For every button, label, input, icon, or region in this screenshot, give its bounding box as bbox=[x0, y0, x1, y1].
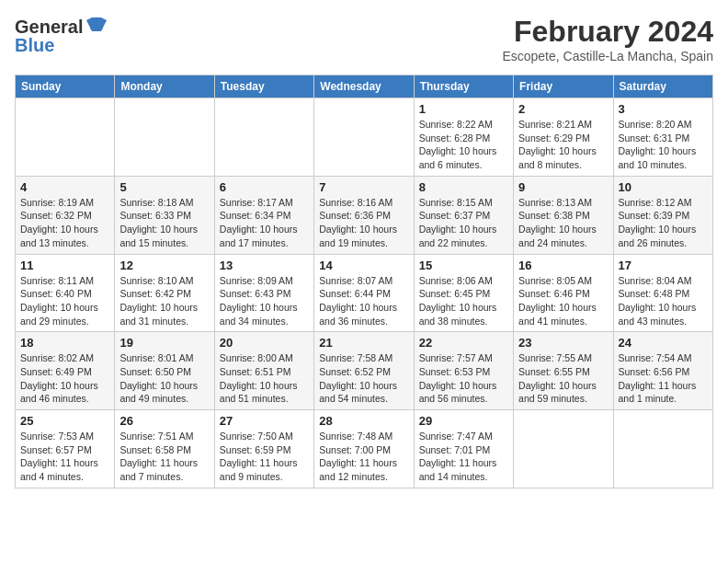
day-info: Sunrise: 8:12 AMSunset: 6:39 PMDaylight:… bbox=[619, 196, 708, 250]
table-row: 20Sunrise: 8:00 AMSunset: 6:51 PMDayligh… bbox=[214, 332, 313, 410]
table-row bbox=[514, 410, 613, 488]
header-sunday: Sunday bbox=[16, 75, 115, 98]
table-row: 1Sunrise: 8:22 AMSunset: 6:28 PMDaylight… bbox=[414, 98, 513, 177]
header-friday: Friday bbox=[514, 75, 613, 98]
day-number: 28 bbox=[319, 414, 408, 428]
calendar-week-row: 11Sunrise: 8:11 AMSunset: 6:40 PMDayligh… bbox=[16, 254, 713, 332]
table-row: 27Sunrise: 7:50 AMSunset: 6:59 PMDayligh… bbox=[214, 410, 313, 488]
table-row: 25Sunrise: 7:53 AMSunset: 6:57 PMDayligh… bbox=[16, 410, 115, 488]
day-info: Sunrise: 8:19 AMSunset: 6:32 PMDaylight:… bbox=[20, 196, 109, 250]
day-info: Sunrise: 7:55 AMSunset: 6:55 PMDaylight:… bbox=[518, 351, 608, 406]
table-row: 18Sunrise: 8:02 AMSunset: 6:49 PMDayligh… bbox=[16, 332, 115, 410]
day-info: Sunrise: 8:05 AMSunset: 6:46 PMDaylight:… bbox=[518, 274, 608, 328]
header-thursday: Thursday bbox=[414, 75, 513, 98]
calendar-week-row: 4Sunrise: 8:19 AMSunset: 6:32 PMDaylight… bbox=[16, 176, 713, 254]
day-info: Sunrise: 7:54 AMSunset: 6:56 PMDaylight:… bbox=[619, 351, 708, 406]
day-info: Sunrise: 8:20 AMSunset: 6:31 PMDaylight:… bbox=[619, 118, 708, 172]
day-info: Sunrise: 8:21 AMSunset: 6:29 PMDaylight:… bbox=[518, 118, 608, 172]
day-number: 17 bbox=[619, 259, 708, 272]
table-row: 22Sunrise: 7:57 AMSunset: 6:53 PMDayligh… bbox=[414, 332, 513, 410]
table-row bbox=[613, 410, 712, 488]
day-number: 6 bbox=[220, 180, 309, 194]
header-tuesday: Tuesday bbox=[214, 75, 313, 98]
day-number: 14 bbox=[319, 259, 408, 272]
month-title: February 2024 bbox=[502, 15, 713, 49]
day-number: 23 bbox=[518, 336, 608, 350]
day-number: 21 bbox=[319, 336, 408, 350]
table-row: 26Sunrise: 7:51 AMSunset: 6:58 PMDayligh… bbox=[115, 410, 214, 488]
calendar-week-row: 1Sunrise: 8:22 AMSunset: 6:28 PMDaylight… bbox=[16, 98, 713, 177]
day-number: 10 bbox=[619, 180, 708, 194]
day-info: Sunrise: 8:11 AMSunset: 6:40 PMDaylight:… bbox=[20, 274, 109, 328]
day-number: 25 bbox=[20, 414, 109, 428]
day-number: 20 bbox=[220, 336, 309, 350]
day-info: Sunrise: 7:47 AMSunset: 7:01 PMDaylight:… bbox=[419, 430, 508, 484]
day-info: Sunrise: 8:18 AMSunset: 6:33 PMDaylight:… bbox=[119, 196, 209, 250]
calendar-week-row: 18Sunrise: 8:02 AMSunset: 6:49 PMDayligh… bbox=[16, 332, 713, 410]
table-row: 5Sunrise: 8:18 AMSunset: 6:33 PMDaylight… bbox=[115, 176, 214, 254]
day-number: 5 bbox=[119, 180, 209, 194]
table-row bbox=[115, 98, 214, 177]
day-number: 16 bbox=[518, 259, 608, 272]
day-info: Sunrise: 7:51 AMSunset: 6:58 PMDaylight:… bbox=[119, 430, 209, 484]
day-number: 29 bbox=[419, 414, 508, 428]
table-row: 23Sunrise: 7:55 AMSunset: 6:55 PMDayligh… bbox=[514, 332, 613, 410]
day-number: 12 bbox=[119, 259, 209, 272]
day-info: Sunrise: 7:48 AMSunset: 7:00 PMDaylight:… bbox=[319, 430, 408, 484]
table-row: 28Sunrise: 7:48 AMSunset: 7:00 PMDayligh… bbox=[314, 410, 414, 488]
table-row bbox=[214, 98, 313, 177]
day-info: Sunrise: 8:06 AMSunset: 6:45 PMDaylight:… bbox=[419, 274, 508, 328]
calendar-week-row: 25Sunrise: 7:53 AMSunset: 6:57 PMDayligh… bbox=[16, 410, 713, 488]
table-row: 13Sunrise: 8:09 AMSunset: 6:43 PMDayligh… bbox=[214, 254, 313, 332]
day-info: Sunrise: 8:00 AMSunset: 6:51 PMDaylight:… bbox=[220, 351, 309, 406]
day-info: Sunrise: 8:22 AMSunset: 6:28 PMDaylight:… bbox=[419, 118, 508, 172]
day-info: Sunrise: 8:15 AMSunset: 6:37 PMDaylight:… bbox=[419, 196, 508, 250]
logo-icon bbox=[86, 15, 107, 39]
day-info: Sunrise: 7:57 AMSunset: 6:53 PMDaylight:… bbox=[419, 351, 508, 406]
day-number: 4 bbox=[20, 180, 109, 194]
day-number: 22 bbox=[419, 336, 508, 350]
day-number: 7 bbox=[319, 180, 408, 194]
day-info: Sunrise: 8:02 AMSunset: 6:49 PMDaylight:… bbox=[20, 351, 109, 406]
day-number: 15 bbox=[419, 259, 508, 272]
day-info: Sunrise: 8:07 AMSunset: 6:44 PMDaylight:… bbox=[319, 274, 408, 328]
table-row: 12Sunrise: 8:10 AMSunset: 6:42 PMDayligh… bbox=[115, 254, 214, 332]
day-number: 13 bbox=[220, 259, 309, 272]
day-number: 11 bbox=[20, 259, 109, 272]
day-info: Sunrise: 8:13 AMSunset: 6:38 PMDaylight:… bbox=[518, 196, 608, 250]
table-row: 19Sunrise: 8:01 AMSunset: 6:50 PMDayligh… bbox=[115, 332, 214, 410]
table-row: 21Sunrise: 7:58 AMSunset: 6:52 PMDayligh… bbox=[314, 332, 414, 410]
day-info: Sunrise: 8:04 AMSunset: 6:48 PMDaylight:… bbox=[619, 274, 708, 328]
table-row: 15Sunrise: 8:06 AMSunset: 6:45 PMDayligh… bbox=[414, 254, 513, 332]
day-number: 18 bbox=[20, 336, 109, 350]
table-row: 10Sunrise: 8:12 AMSunset: 6:39 PMDayligh… bbox=[613, 176, 712, 254]
table-row bbox=[314, 98, 414, 177]
day-info: Sunrise: 8:16 AMSunset: 6:36 PMDaylight:… bbox=[319, 196, 408, 250]
header-saturday: Saturday bbox=[613, 75, 712, 98]
day-info: Sunrise: 8:09 AMSunset: 6:43 PMDaylight:… bbox=[220, 274, 309, 328]
day-info: Sunrise: 8:17 AMSunset: 6:34 PMDaylight:… bbox=[220, 196, 309, 250]
header-wednesday: Wednesday bbox=[314, 75, 414, 98]
table-row: 9Sunrise: 8:13 AMSunset: 6:38 PMDaylight… bbox=[514, 176, 613, 254]
table-row bbox=[16, 98, 115, 177]
table-row: 7Sunrise: 8:16 AMSunset: 6:36 PMDaylight… bbox=[314, 176, 414, 254]
day-number: 24 bbox=[619, 336, 708, 350]
table-row: 4Sunrise: 8:19 AMSunset: 6:32 PMDaylight… bbox=[16, 176, 115, 254]
table-row: 3Sunrise: 8:20 AMSunset: 6:31 PMDaylight… bbox=[613, 98, 712, 177]
day-number: 27 bbox=[220, 414, 309, 428]
table-row: 2Sunrise: 8:21 AMSunset: 6:29 PMDaylight… bbox=[514, 98, 613, 177]
day-number: 9 bbox=[518, 180, 608, 194]
day-number: 2 bbox=[518, 102, 608, 116]
header-monday: Monday bbox=[115, 75, 214, 98]
day-number: 8 bbox=[419, 180, 508, 194]
day-number: 26 bbox=[119, 414, 209, 428]
page-header: General Blue February 2024 Escopete, Cas… bbox=[15, 15, 713, 63]
table-row: 29Sunrise: 7:47 AMSunset: 7:01 PMDayligh… bbox=[414, 410, 513, 488]
table-row: 8Sunrise: 8:15 AMSunset: 6:37 PMDaylight… bbox=[414, 176, 513, 254]
day-number: 19 bbox=[119, 336, 209, 350]
day-number: 1 bbox=[419, 102, 508, 116]
location: Escopete, Castille-La Mancha, Spain bbox=[502, 49, 713, 63]
day-number: 3 bbox=[619, 102, 708, 116]
calendar-table: Sunday Monday Tuesday Wednesday Thursday… bbox=[15, 75, 713, 488]
table-row: 11Sunrise: 8:11 AMSunset: 6:40 PMDayligh… bbox=[16, 254, 115, 332]
